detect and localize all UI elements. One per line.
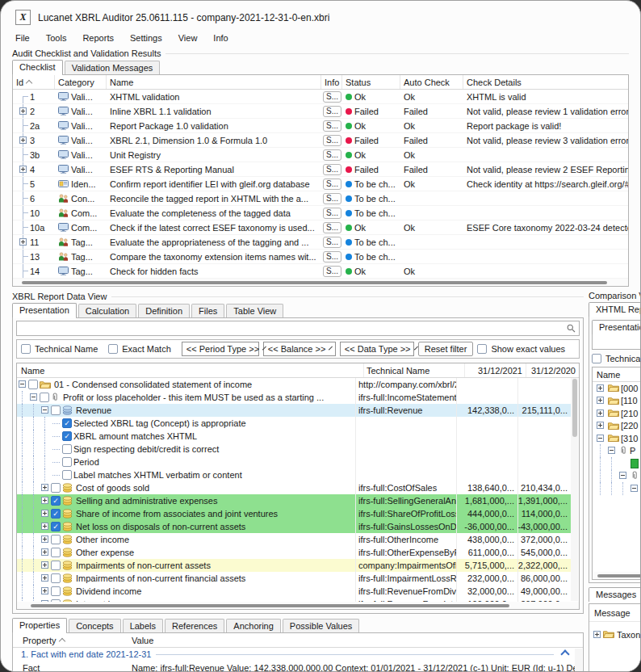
- audit-horizontal-scrollbar[interactable]: [13, 279, 628, 286]
- row-checkbox[interactable]: [62, 457, 72, 467]
- expand-icon[interactable]: [41, 510, 48, 517]
- menu-view[interactable]: View: [170, 32, 206, 44]
- collapse-icon[interactable]: [619, 472, 626, 479]
- tree-column-header-1[interactable]: Technical Name: [363, 363, 464, 377]
- expand-icon[interactable]: [41, 497, 48, 504]
- tab-xhtml-report[interactable]: XHTML Report: [589, 302, 640, 317]
- comparison-tree-row[interactable]: [310: [593, 432, 640, 445]
- tree-row[interactable]: Impairments of non-current assetscompany…: [17, 559, 571, 572]
- tab-possible-values[interactable]: Possible Values: [283, 619, 359, 632]
- expand-icon[interactable]: [597, 410, 604, 417]
- comparison-tree-row[interactable]: [593, 457, 640, 470]
- menu-reports[interactable]: Reports: [74, 32, 122, 44]
- row-checkbox[interactable]: [51, 483, 61, 493]
- collapse-icon[interactable]: [631, 485, 638, 492]
- checklist-row[interactable]: 14Tag...Check for hidden factsS...OkOk: [13, 264, 628, 279]
- tree-row[interactable]: Impairments of non-current financial ass…: [17, 572, 571, 585]
- collapse-icon[interactable]: [608, 447, 615, 454]
- period-type-dropdown[interactable]: << Period Type >>: [182, 342, 259, 356]
- technical-name-checkbox[interactable]: [21, 344, 31, 354]
- tab-concepts[interactable]: Concepts: [69, 619, 120, 632]
- row-checkbox[interactable]: ✓: [62, 431, 72, 441]
- expand-icon[interactable]: [597, 422, 604, 429]
- info-button[interactable]: S...: [323, 266, 341, 277]
- row-checkbox[interactable]: [51, 405, 61, 415]
- tree-row[interactable]: ✓Net loss on disposals of non-current as…: [17, 520, 571, 533]
- info-button[interactable]: S...: [323, 178, 341, 190]
- tree-row[interactable]: ✓Selling and administrative expensesifrs…: [17, 494, 571, 507]
- scroll-thumb[interactable]: [22, 281, 608, 284]
- checklist-row[interactable]: 1Vali...XHTML validationS...OkOkXHTML is…: [13, 90, 628, 104]
- comparison-horizontal-scrollbar[interactable]: [593, 572, 640, 579]
- expand-icon[interactable]: [41, 484, 48, 491]
- info-button[interactable]: S...: [323, 106, 341, 117]
- info-button[interactable]: S...: [323, 208, 341, 219]
- tree-row[interactable]: Sign respecting debit/credit is correct: [17, 443, 571, 456]
- property-column-header[interactable]: Property: [13, 636, 132, 645]
- tree-row[interactable]: ✓Selected XBRL tag (Concept) is appropri…: [17, 417, 571, 430]
- column-header-info[interactable]: Info: [321, 75, 342, 89]
- row-checkbox[interactable]: [51, 573, 61, 583]
- tab-definition[interactable]: Definition: [138, 304, 190, 317]
- tree-row[interactable]: Period: [17, 456, 571, 468]
- comparison-tree-row[interactable]: [593, 470, 640, 483]
- checklist-row[interactable]: 3Vali...XBRL 2.1, Dimension 1.0 & Formul…: [13, 133, 628, 148]
- scroll-thumb[interactable]: [31, 604, 509, 607]
- tab-files[interactable]: Files: [191, 304, 224, 317]
- checklist-row[interactable]: 2aVali...Report Package 1.0 validationS.…: [13, 119, 628, 133]
- tree-row[interactable]: 01 - Condensed consolidated statement of…: [17, 378, 571, 391]
- row-checkbox[interactable]: [51, 586, 61, 596]
- tab-anchoring[interactable]: Anchoring: [226, 619, 281, 632]
- tab-checklist[interactable]: Checklist: [12, 60, 63, 74]
- checklist-row[interactable]: 4Vali...ESEF RTS & Reporting ManualS...F…: [13, 162, 628, 177]
- comparison-tree-row[interactable]: [593, 482, 640, 495]
- scroll-thumb[interactable]: [572, 379, 577, 437]
- tab-presentation-comparison[interactable]: Presentation: [592, 320, 640, 334]
- expand-icon[interactable]: [41, 574, 48, 582]
- tree-row[interactable]: Cost of goods soldifrs-full:CostOfSales1…: [17, 481, 571, 494]
- comparison-tree-row[interactable]: [110: [593, 395, 640, 408]
- expand-icon[interactable]: [597, 384, 604, 392]
- row-checkbox[interactable]: [40, 393, 49, 402]
- tree-row[interactable]: ✓Share of income from associates and joi…: [17, 507, 571, 520]
- expand-icon[interactable]: [19, 107, 27, 115]
- tree-row[interactable]: Revenueifrs-full:Revenue142,338,0...215,…: [17, 404, 571, 417]
- row-checkbox[interactable]: [28, 380, 38, 389]
- properties-vertical-scrollbar[interactable]: [575, 649, 582, 672]
- info-button[interactable]: S...: [323, 91, 341, 103]
- comparison-tree-row[interactable]: [000: [593, 382, 640, 395]
- info-button[interactable]: S...: [323, 149, 341, 161]
- menu-tools[interactable]: Tools: [38, 32, 75, 44]
- expand-icon[interactable]: [41, 523, 48, 530]
- checklist-row[interactable]: 10aCom...Check if the latest correct ESE…: [13, 220, 628, 235]
- comparison-tree-row[interactable]: P: [593, 445, 640, 458]
- tab-table-view[interactable]: Table View: [226, 304, 283, 317]
- expand-icon[interactable]: [41, 536, 48, 543]
- row-checkbox[interactable]: ✓: [51, 509, 61, 519]
- row-checkbox[interactable]: ✓: [51, 496, 61, 506]
- messages-tree-row[interactable]: Taxonomy: [589, 628, 640, 641]
- info-button[interactable]: S...: [323, 193, 341, 204]
- info-button[interactable]: S...: [323, 135, 341, 146]
- tree-row[interactable]: Profit or loss placeholder - this item M…: [17, 391, 571, 404]
- reset-filter-button[interactable]: Reset filter: [418, 342, 474, 356]
- tab-labels[interactable]: Labels: [123, 619, 163, 632]
- property-row[interactable]: FactName: ifrs-full:Revenue Value: 142,3…: [13, 661, 583, 672]
- collapse-icon[interactable]: [41, 406, 48, 414]
- value-column-header[interactable]: Value: [132, 636, 583, 645]
- expand-icon[interactable]: [41, 600, 48, 602]
- checklist-row[interactable]: 5Iden...Confirm report identifier LEI wi…: [13, 177, 628, 191]
- balance-dropdown[interactable]: << Balance >>: [263, 342, 336, 356]
- info-button[interactable]: S...: [323, 164, 341, 175]
- tab-validation-messages[interactable]: Validation Messages: [65, 61, 161, 74]
- tree-row[interactable]: Other expenseifrs-full:OtherExpenseByFun…: [17, 546, 571, 559]
- expand-icon[interactable]: [41, 587, 48, 594]
- column-header-name[interactable]: Name: [107, 75, 321, 89]
- comparison-tree-row[interactable]: [210: [593, 407, 640, 420]
- fact-group-row[interactable]: 1. Fact with end date 2021-12-31: [13, 648, 583, 661]
- tree-row[interactable]: ✓XBRL amount matches XHTML: [17, 430, 571, 443]
- menu-info[interactable]: Info: [205, 32, 236, 44]
- info-button[interactable]: S...: [323, 120, 341, 132]
- collapse-icon[interactable]: [560, 649, 569, 658]
- tab-calculation[interactable]: Calculation: [78, 304, 136, 317]
